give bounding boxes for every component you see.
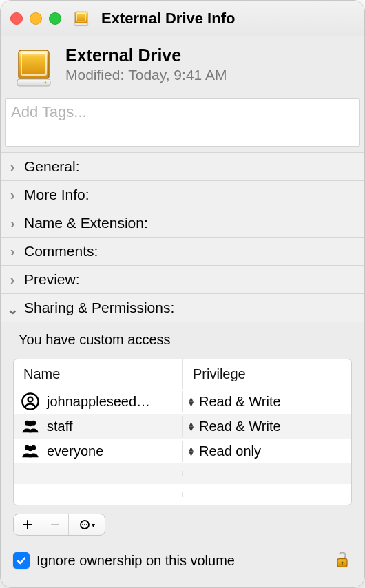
chevron-right-icon: › [6,272,19,288]
chevron-down-icon: ⌄ [6,301,19,317]
row-name: johnappleseed… [47,394,150,410]
svg-rect-1 [74,23,88,25]
more-options-button[interactable]: ▾ [69,514,105,535]
drive-icon-large [12,46,56,90]
section-label: Comments: [24,243,98,260]
table-row[interactable]: everyone ▴▾ Read only [14,439,351,463]
close-button[interactable] [10,12,23,25]
section-preview[interactable]: › Preview: [1,266,364,294]
group-icon [21,417,40,436]
tags-field[interactable]: Add Tags... [5,98,360,147]
remove-button[interactable] [41,514,69,535]
group-icon [21,441,40,461]
svg-point-14 [28,446,32,451]
info-window: External Drive Info External Drive [0,0,365,588]
svg-point-19 [82,524,83,525]
window-title: External Drive Info [101,10,235,28]
table-body: johnappleseed… ▴▾ Read & Write [14,389,351,505]
stepper-icon[interactable]: ▴▾ [189,421,194,431]
access-text: You have custom access [19,332,352,348]
section-label: General: [24,158,80,175]
maximize-button[interactable] [49,12,61,25]
table-header: Name Privilege [14,359,351,389]
row-privilege: Read only [199,443,261,459]
window-controls [10,12,61,25]
person-icon [21,392,40,411]
chevron-right-icon: › [6,244,19,260]
item-name: External Drive [65,46,227,65]
titlebar: External Drive Info [1,1,364,36]
drive-icon [72,10,90,28]
footer: Ignore ownership on this volume [1,544,364,581]
column-privilege[interactable]: Privilege [182,359,351,389]
table-row-empty [14,463,351,484]
chevron-right-icon: › [6,187,19,203]
sections: › General: › More Info: › Name & Extensi… [1,152,364,322]
table-row-empty [14,484,351,505]
section-label: Sharing & Permissions: [24,300,174,316]
section-name-extension[interactable]: › Name & Extension: [1,209,364,238]
svg-point-6 [45,82,47,84]
unlocked-icon[interactable] [333,551,352,570]
svg-point-8 [28,397,33,402]
stepper-icon[interactable]: ▴▾ [189,446,194,456]
modified-value: Today, 9:41 AM [128,67,227,83]
svg-point-21 [86,524,87,525]
ignore-ownership-checkbox[interactable]: Ignore ownership on this volume [13,552,235,569]
row-name: everyone [47,443,103,459]
table-row[interactable]: staff ▴▾ Read & Write [14,414,351,439]
row-privilege: Read & Write [199,419,281,434]
section-general[interactable]: › General: [1,152,364,181]
table-row[interactable]: johnappleseed… ▴▾ Read & Write [14,389,351,414]
section-label: Preview: [24,271,80,288]
sharing-body: You have custom access Name Privilege jo… [1,322,364,544]
row-privilege: Read & Write [199,394,281,410]
chevron-right-icon: › [6,159,19,175]
chevron-down-icon: ▾ [92,521,95,529]
permissions-table: Name Privilege johnappleseed… ▴▾ [13,359,352,505]
section-comments[interactable]: › Comments: [1,238,364,266]
section-sharing[interactable]: ⌄ Sharing & Permissions: [1,294,364,322]
column-name[interactable]: Name [14,359,182,389]
section-label: More Info: [24,187,90,203]
checkbox-icon [13,552,30,569]
add-button[interactable] [14,514,41,535]
section-label: Name & Extension: [24,215,148,231]
svg-point-20 [84,524,85,525]
chevron-right-icon: › [6,216,19,231]
header: External Drive Modified: Today, 9:41 AM [1,36,364,98]
stepper-icon[interactable]: ▴▾ [189,397,194,406]
svg-rect-24 [342,563,342,565]
minimize-button[interactable] [30,12,42,25]
modified-label: Modified: [65,67,124,83]
row-name: staff [47,419,72,434]
tags-placeholder: Add Tags... [11,103,87,120]
checkbox-label: Ignore ownership on this volume [36,553,235,569]
section-more-info[interactable]: › More Info: [1,181,364,209]
permissions-toolbar: ▾ [13,514,352,536]
svg-point-11 [28,421,32,426]
